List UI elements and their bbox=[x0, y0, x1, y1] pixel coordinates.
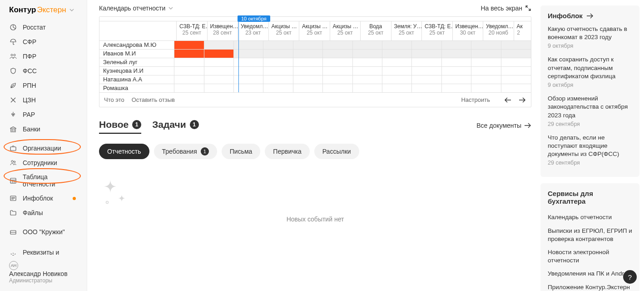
filter-demands[interactable]: Требования1 bbox=[154, 144, 217, 159]
arrow-right-icon bbox=[524, 123, 531, 128]
svg-point-5 bbox=[13, 115, 14, 116]
service-link[interactable]: Выписки из ЕГРЮЛ, ЕГРИП и проверка контр… bbox=[548, 224, 632, 246]
news-item[interactable]: Обзор изменений законодательства с октяб… bbox=[548, 95, 632, 127]
infoblock-title[interactable]: Инфоблок bbox=[548, 12, 632, 20]
all-documents-link[interactable]: Все документы bbox=[476, 122, 531, 129]
nav-label: РАР bbox=[23, 111, 35, 118]
services-title: Сервисы для бухгалтера bbox=[548, 190, 632, 205]
nav-rpn[interactable]: РПН bbox=[0, 78, 87, 93]
today-line bbox=[238, 21, 239, 92]
user-block[interactable]: АН Александр Новиков Администраторы bbox=[0, 256, 87, 291]
svg-point-12 bbox=[12, 255, 14, 256]
nav-banks[interactable]: Банки bbox=[0, 122, 87, 136]
row-name: Иванов М.И bbox=[99, 50, 174, 58]
folder-icon bbox=[9, 209, 17, 217]
news-item[interactable]: Какую отчетность сдавать в военкомат в 2… bbox=[548, 25, 632, 49]
nav-czn[interactable]: ЦЗН bbox=[0, 93, 87, 107]
suitcase-icon bbox=[9, 228, 17, 236]
infoblock-card: Инфоблок Какую отчетность сдавать в воен… bbox=[540, 5, 639, 177]
fullscreen-button[interactable]: На весь экран bbox=[481, 5, 531, 12]
nav-settings[interactable]: Реквизиты и настройки bbox=[0, 246, 87, 256]
nav-employees[interactable]: Сотрудники bbox=[0, 156, 87, 170]
nav-sfr[interactable]: СФР bbox=[0, 35, 87, 49]
grapes-icon bbox=[9, 110, 17, 119]
notification-dot bbox=[73, 197, 76, 200]
calendar-column-header: Извещен…28 сент bbox=[208, 21, 238, 40]
nav-infoblock[interactable]: Инфоблок bbox=[0, 191, 87, 206]
next-arrow[interactable] bbox=[518, 97, 526, 103]
gear-icon bbox=[9, 252, 17, 256]
main-content: Календарь отчетности На весь экран 10 ок… bbox=[87, 0, 540, 291]
all-docs-label: Все документы bbox=[476, 122, 521, 129]
row-name: Зеленый луг bbox=[99, 58, 174, 66]
feedback-link[interactable]: Оставить отзыв bbox=[132, 96, 175, 103]
filter-badge: 1 bbox=[201, 147, 209, 156]
nav-organizations[interactable]: Организации bbox=[0, 141, 87, 156]
nav-fss[interactable]: ФСС bbox=[0, 64, 87, 78]
calendar-column-header: Акцизы …25 окт bbox=[299, 21, 330, 40]
filter-letters[interactable]: Письма bbox=[222, 144, 261, 159]
row-name: Ромашка bbox=[99, 84, 174, 92]
nav-rar[interactable]: РАР bbox=[0, 107, 87, 122]
nav-current-org[interactable]: ООО "Кружки" bbox=[0, 225, 87, 239]
service-link[interactable]: Приложение Контур.Экстерн bbox=[548, 281, 632, 291]
tab-new[interactable]: Новое 1 bbox=[99, 119, 141, 134]
configure-link[interactable]: Настроить bbox=[461, 96, 490, 103]
nav-label: Инфоблок bbox=[23, 195, 53, 202]
filter-reporting[interactable]: Отчетность bbox=[99, 144, 149, 159]
chevron-down-icon bbox=[168, 5, 173, 11]
nav-label: ФСС bbox=[23, 67, 37, 75]
news-item[interactable]: Как сохранить доступ к отчетам, подписан… bbox=[548, 55, 632, 88]
service-link[interactable]: Календарь отчетности bbox=[548, 211, 632, 224]
date-marker: 10 октября bbox=[238, 15, 270, 22]
fullscreen-label: На весь экран bbox=[481, 5, 522, 12]
row-name: Наташина А.А bbox=[99, 75, 174, 84]
filter-primary[interactable]: Первичка bbox=[265, 144, 309, 159]
logo-part1: Контур bbox=[9, 5, 36, 15]
calendar-column-header: Акцизы …25 окт bbox=[269, 21, 300, 40]
nav-pfr[interactable]: ПФР bbox=[0, 49, 87, 64]
user-avatar: АН bbox=[9, 261, 18, 270]
umbrella-icon bbox=[9, 38, 17, 46]
calendar-corner bbox=[99, 21, 177, 40]
tab-label: Задачи bbox=[152, 119, 186, 130]
nav-label: Банки bbox=[23, 125, 40, 133]
calendar-row: Иванов М.И bbox=[99, 49, 531, 58]
nav-label: СФР bbox=[23, 38, 36, 45]
nav-files[interactable]: Файлы bbox=[0, 206, 87, 220]
nav-list: Росстат СФР ПФР ФСС РПН ЦЗН РАР Банки bbox=[0, 20, 87, 256]
tools-icon bbox=[9, 96, 17, 104]
news-icon bbox=[9, 194, 17, 202]
news-item[interactable]: Что делать, если не поступают входящие д… bbox=[548, 134, 632, 166]
calendar-column-header: Акцизы …25 окт bbox=[330, 21, 361, 40]
tab-count-badge: 1 bbox=[190, 120, 199, 129]
user-role: Администраторы bbox=[9, 277, 68, 284]
calendar-row: Ромашка bbox=[99, 84, 531, 92]
calendar-title-dropdown[interactable]: Календарь отчетности bbox=[99, 5, 173, 12]
calendar-column-header: Извещен…30 окт bbox=[453, 21, 484, 40]
nav-report-table[interactable]: Таблица отчетности bbox=[0, 170, 87, 191]
prev-arrow[interactable] bbox=[504, 97, 512, 103]
service-link[interactable]: Уведомления на ПК и Android bbox=[548, 267, 632, 281]
tab-count-badge: 1 bbox=[132, 120, 141, 129]
people-icon bbox=[9, 52, 17, 60]
nav-label: РПН bbox=[23, 82, 36, 89]
shield-icon bbox=[9, 67, 17, 75]
logo[interactable]: Контур Экстерн bbox=[0, 4, 87, 20]
what-is-link[interactable]: Что это bbox=[104, 96, 124, 103]
service-link[interactable]: Новости электронной отчетности bbox=[548, 246, 632, 267]
nav-label: ПФР bbox=[23, 53, 36, 60]
calendar-column-header: СЗВ-ТД: Е…25 окт bbox=[422, 21, 453, 40]
tab-tasks[interactable]: Задачи 1 bbox=[152, 119, 198, 130]
nav-rosstat[interactable]: Росстат bbox=[0, 20, 87, 35]
svg-point-13 bbox=[106, 201, 109, 204]
nav-label: Организации bbox=[23, 145, 61, 152]
calendar-column-header: Ак2 bbox=[514, 21, 523, 40]
svg-point-8 bbox=[14, 161, 15, 163]
help-button[interactable]: ? bbox=[623, 270, 637, 284]
empty-state: Новых событий нет bbox=[99, 159, 531, 232]
svg-rect-6 bbox=[10, 147, 16, 151]
calendar-grid-icon bbox=[9, 176, 17, 185]
filter-mailings[interactable]: Рассылки bbox=[314, 144, 359, 159]
row-name: Александрова М.Ю bbox=[99, 41, 174, 49]
